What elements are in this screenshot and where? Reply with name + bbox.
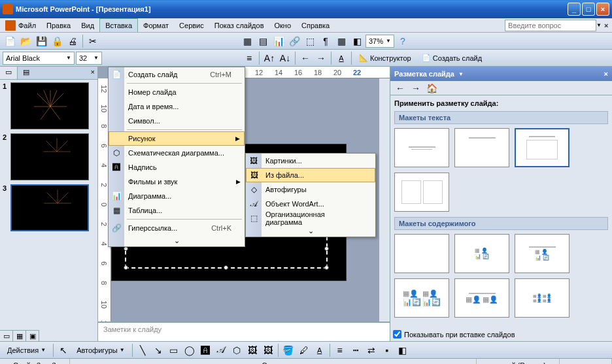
3d-icon[interactable]: ◧: [396, 343, 410, 357]
cut-icon[interactable]: ✂: [86, 34, 100, 48]
menu-format[interactable]: Формат: [138, 18, 174, 32]
normal-view-button[interactable]: ▭: [0, 331, 13, 341]
layout-four-content[interactable]: ▦👤 ▦👤▦👤 ▦👤: [515, 278, 570, 318]
line-icon[interactable]: ╲: [135, 343, 150, 357]
layout-content[interactable]: ▦ 👤📊 🔄: [454, 234, 509, 273]
open-icon[interactable]: 📂: [18, 34, 33, 48]
chart-icon[interactable]: 📊: [271, 34, 286, 48]
notes-pane[interactable]: Заметки к слайду: [98, 322, 390, 341]
menu-new-slide[interactable]: 📄Создать слайдCtrl+M: [109, 67, 245, 82]
outline-tab[interactable]: ▭: [0, 67, 18, 79]
line-color-icon[interactable]: 🖊: [297, 343, 311, 357]
submenu-autoshapes[interactable]: ◇Автофигуры: [246, 182, 375, 197]
menu-insert[interactable]: Вставка: [99, 18, 138, 32]
panel-close-button[interactable]: ×: [88, 67, 97, 79]
autoshapes-button[interactable]: Автофигуры▼: [72, 343, 129, 357]
menu-textbox[interactable]: 🅰Надпись: [109, 160, 245, 174]
print-icon[interactable]: 🖨: [65, 34, 80, 48]
table-icon[interactable]: ▦: [240, 34, 254, 48]
maximize-button[interactable]: □: [582, 3, 595, 16]
slide-thumb-2[interactable]: [10, 133, 89, 180]
font-size-combo[interactable]: 32▼: [76, 52, 102, 65]
forward-icon[interactable]: →: [409, 81, 423, 95]
menu-date-time[interactable]: Дата и время...: [109, 99, 245, 114]
menu-file[interactable]: Файл: [13, 18, 41, 32]
increase-indent-icon[interactable]: →: [314, 51, 328, 65]
tables-borders-icon[interactable]: ▤: [256, 34, 270, 48]
menu-symbol[interactable]: Символ...: [109, 114, 245, 128]
menu-view[interactable]: Вид: [76, 18, 99, 32]
menu-diagram[interactable]: ⬡Схематическая диаграмма...: [109, 146, 245, 160]
menu-slideshow[interactable]: Показ слайдов: [209, 18, 269, 32]
show-formatting-icon[interactable]: ¶: [318, 34, 333, 48]
dash-style-icon[interactable]: ┅: [348, 343, 363, 357]
line-style-icon[interactable]: ≡: [333, 343, 347, 357]
layout-title-text[interactable]: [515, 128, 570, 167]
layout-title-two-content[interactable]: ▦👤▦👤: [454, 278, 509, 318]
hyperlink-icon[interactable]: 🔗: [287, 34, 301, 48]
menu-hyperlink[interactable]: 🔗Гиперссылка...Ctrl+K: [109, 221, 245, 235]
vertical-scrollbar[interactable]: [379, 78, 390, 329]
clipart-icon[interactable]: 🖼: [245, 343, 260, 357]
layout-blank[interactable]: [394, 234, 449, 273]
new-slide-button[interactable]: 📄Создать слайд: [417, 51, 486, 65]
help-dropdown-icon[interactable]: ▼: [596, 22, 602, 28]
close-button[interactable]: ×: [596, 3, 609, 16]
slide-thumb-3[interactable]: [10, 184, 89, 231]
status-language[interactable]: русский (Россия): [477, 359, 560, 364]
submenu-orgchart[interactable]: ⬚Организационная диаграмма: [246, 211, 375, 225]
decrease-font-icon[interactable]: A↓: [278, 51, 292, 65]
zoom-combo[interactable]: 37%▼: [366, 35, 394, 48]
layout-two-content[interactable]: ▦👤📊🔄▦👤📊🔄: [394, 278, 449, 318]
sorter-view-button[interactable]: ▦: [13, 331, 26, 341]
wordart-icon[interactable]: 𝒜: [214, 343, 228, 357]
save-icon[interactable]: 💾: [34, 34, 48, 48]
align-right-icon[interactable]: ≡: [242, 51, 256, 65]
menu-slide-number[interactable]: Номер слайда: [109, 85, 245, 99]
menu-edit[interactable]: Правка: [41, 18, 76, 32]
arrow-icon[interactable]: ↘: [151, 343, 165, 357]
increase-font-icon[interactable]: A↑: [262, 51, 277, 65]
menu-window[interactable]: Окно: [269, 18, 297, 32]
arrow-style-icon[interactable]: ⇄: [364, 343, 379, 357]
minimize-button[interactable]: _: [568, 3, 581, 16]
design-button[interactable]: 📐Конструктор: [354, 51, 416, 65]
font-combo[interactable]: Arial Black▼: [3, 52, 75, 65]
show-on-insert-checkbox[interactable]: Показывать при вставке слайдов: [390, 327, 612, 341]
diagram-icon[interactable]: ⬡: [230, 343, 244, 357]
layout-two-column-text[interactable]: [394, 173, 449, 212]
menu-picture[interactable]: Рисунок▶: [109, 131, 245, 146]
back-icon[interactable]: ←: [393, 81, 407, 95]
layout-title[interactable]: [394, 128, 449, 167]
taskpane-close-button[interactable]: ×: [604, 70, 608, 78]
font-color-icon[interactable]: A: [334, 51, 348, 65]
picture-icon[interactable]: 🖼: [261, 343, 275, 357]
menu-movies-sound[interactable]: Фильмы и звук▶: [109, 174, 245, 189]
textbox-icon[interactable]: 🅰: [198, 343, 212, 357]
layout-title-content[interactable]: ▦ 👤📊 🔄: [515, 234, 570, 273]
submenu-from-file[interactable]: 🖼Из файла...: [246, 168, 375, 182]
menu-expand-button[interactable]: ⌄: [109, 235, 245, 246]
menu-help[interactable]: Справка: [296, 18, 335, 32]
font-color-icon[interactable]: A: [313, 343, 327, 357]
expand-icon[interactable]: ⬚: [303, 34, 317, 48]
oval-icon[interactable]: ◯: [182, 343, 197, 357]
slide-thumb-1[interactable]: [10, 82, 89, 129]
decrease-indent-icon[interactable]: ←: [298, 51, 313, 65]
submenu-clipart[interactable]: 🖼Картинки...: [246, 154, 375, 168]
color-grayscale-icon[interactable]: ◧: [350, 34, 364, 48]
shadow-icon[interactable]: ▪: [380, 343, 394, 357]
help-icon[interactable]: ?: [396, 34, 410, 48]
close-document-button[interactable]: ×: [602, 22, 612, 29]
home-icon[interactable]: 🏠: [424, 81, 439, 95]
rectangle-icon[interactable]: ▭: [167, 343, 181, 357]
submenu-expand-button[interactable]: ⌄: [246, 225, 375, 237]
permission-icon[interactable]: 🔒: [50, 34, 64, 48]
submenu-wordart[interactable]: 𝒜Объект WordArt...: [246, 197, 375, 211]
grid-icon[interactable]: ▦: [334, 34, 348, 48]
menu-tools[interactable]: Сервис: [174, 18, 209, 32]
taskpane-dropdown-icon[interactable]: ▼: [458, 71, 464, 77]
layout-title-only[interactable]: [454, 128, 509, 167]
help-search-input[interactable]: [505, 20, 596, 31]
menu-chart[interactable]: 📊Диаграмма...: [109, 189, 245, 203]
